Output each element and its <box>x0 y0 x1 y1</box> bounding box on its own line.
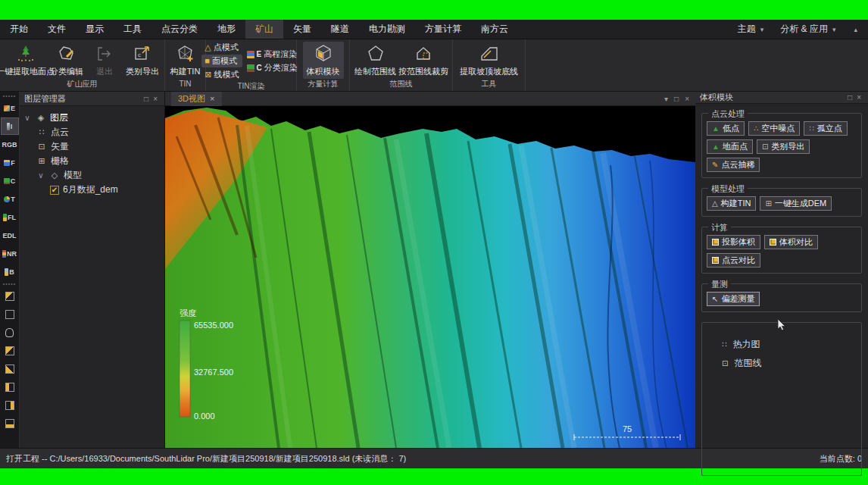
render-mode-fl[interactable]: FL <box>1 208 19 226</box>
cloud-chip-icon <box>4 160 10 166</box>
render-mode-classification[interactable]: C <box>1 172 19 189</box>
export-box-icon: ⊡ <box>762 143 768 151</box>
view-3d-tab[interactable]: 3D视图 × <box>171 92 222 106</box>
class-export-button[interactable]: ⊡类别导出 <box>757 139 810 154</box>
tab-dropdown-icon[interactable]: ▾ <box>664 95 668 103</box>
measure-tool-button[interactable] <box>1 287 19 305</box>
point-mode-button[interactable]: △ 点模式 <box>201 41 242 54</box>
tree-item-pointcloud[interactable]: ∷ 点云 <box>23 125 161 139</box>
menu-item-pointcloud-classify[interactable]: 点云分类 <box>151 20 208 39</box>
terrain-3d-view[interactable]: 强度 65535.000 32767.500 0.000 75 <box>165 106 695 448</box>
button-label: 孤立点 <box>817 123 842 134</box>
collapse-ribbon-button[interactable]: ▴ <box>846 20 868 39</box>
theme-menu[interactable]: 主题 ▾ <box>732 20 775 39</box>
isolated-point-button[interactable]: ∷孤立点 <box>804 121 847 136</box>
heatmap-item[interactable]: ∷热力图 <box>710 336 854 352</box>
render-mode-flight[interactable]: F <box>1 154 19 171</box>
extract-slope-lines-button[interactable]: 提取坡顶坡底线 <box>457 42 520 79</box>
build-tin-button[interactable]: 构建TIN <box>168 42 203 79</box>
low-point-button[interactable]: ▲低点 <box>707 121 745 136</box>
tree-item-raster[interactable]: ⊞ 栅格 <box>23 154 161 168</box>
button-label: 点模式 <box>214 42 239 53</box>
tree-item-model[interactable]: ∨ ◇ 模型 <box>23 168 161 183</box>
view-left-button[interactable] <box>1 378 19 396</box>
menu-item-file[interactable]: 文件 <box>38 20 76 39</box>
render-mode-rgb[interactable]: RGB <box>1 136 19 153</box>
render-mode-edl[interactable]: EDL <box>1 227 19 244</box>
menu-item-power-survey[interactable]: 电力勘测 <box>359 20 415 39</box>
pointcloud-compare-button[interactable]: 点云对比 <box>707 253 760 268</box>
tab-area-close-icon[interactable]: × <box>685 95 689 103</box>
close-panel-icon[interactable]: × <box>854 93 863 102</box>
render-mode-time[interactable]: T <box>1 190 19 208</box>
menu-item-start[interactable]: 开始 <box>0 20 38 39</box>
menu-item-volume-calc[interactable]: 方量计算 <box>415 20 471 39</box>
view-front-button[interactable] <box>1 360 19 377</box>
line-mode-button[interactable]: ⊠ 线模式 <box>201 68 242 81</box>
pentagon-icon <box>366 43 386 64</box>
view-top-button[interactable] <box>1 342 19 359</box>
legend-mid-label: 32767.500 <box>194 368 233 377</box>
legend-max-label: 65535.000 <box>194 321 233 330</box>
clip-by-boundary-button[interactable]: 按范围线裁剪 <box>399 42 448 79</box>
button-label: 退出 <box>96 66 113 77</box>
pick-cube-icon <box>5 310 14 319</box>
tree-item-layers[interactable]: ∨ ◈ 图层 <box>23 111 161 125</box>
hand-icon <box>5 328 14 337</box>
pick-point-tool-button[interactable] <box>1 305 19 323</box>
extract-ground-button[interactable]: 一键提取地面点 <box>5 42 46 79</box>
face-mode-button[interactable]: ■ 面模式 <box>201 55 242 67</box>
ribbon-group-tin-render: △ 点模式 ■ 面模式 ⊠ 线模式 E <box>206 39 297 91</box>
button-label: 体积模块 <box>307 66 340 77</box>
layer-checkbox[interactable]: ✔ <box>50 186 59 195</box>
generate-dem-button[interactable]: ⊞一键生成DEM <box>760 196 832 211</box>
render-mode-nr[interactable]: NR <box>1 245 19 262</box>
menu-item-south-cloud[interactable]: 南方云 <box>471 20 518 39</box>
boundary-line-item[interactable]: ⊡范围线 <box>710 355 854 371</box>
air-noise-button[interactable]: ∴空中噪点 <box>748 121 800 136</box>
build-tin-button[interactable]: △构建TIN <box>707 196 756 211</box>
classify-edit-button[interactable]: 分类编辑 <box>49 42 84 79</box>
tab-close-icon[interactable]: × <box>210 94 214 103</box>
volume-compare-button[interactable]: 体积对比 <box>764 235 818 249</box>
tree-item-vector[interactable]: ⊡ 矢量 <box>23 139 161 154</box>
float-panel-icon[interactable]: □ <box>845 93 854 102</box>
tree-label: 模型 <box>64 169 82 182</box>
view-right-button[interactable] <box>1 396 19 414</box>
menu-item-terrain[interactable]: 地形 <box>208 20 245 39</box>
render-mode-intensity[interactable]: I <box>1 117 19 135</box>
tin-icon: △ <box>712 200 718 208</box>
mouse-cursor <box>777 319 788 331</box>
mode-label: T <box>11 196 15 203</box>
menu-item-mining[interactable]: 矿山 <box>245 20 283 39</box>
volume-module-button[interactable]: 体积模块 <box>303 42 344 79</box>
analysis-app-menu[interactable]: 分析 & 应用 ▾ <box>774 20 846 39</box>
view-bottom-button[interactable] <box>1 415 19 432</box>
elevation-render-button[interactable]: E 高程渲染 <box>244 48 301 61</box>
cube-icon <box>712 239 719 246</box>
draw-boundary-button[interactable]: 绘制范围线 <box>354 42 396 79</box>
boundary-box-icon: ⊡ <box>722 360 728 368</box>
mode-label: RGB <box>2 141 17 149</box>
tree-item-dem-layer[interactable]: ✔ 6月数据_dem <box>23 183 161 197</box>
menu-item-tools[interactable]: 工具 <box>114 20 151 39</box>
render-mode-elevation[interactable]: E <box>1 99 19 117</box>
projection-volume-button[interactable]: 投影体积 <box>707 235 760 249</box>
mode-label: E <box>11 105 15 112</box>
thin-pointcloud-button[interactable]: ✎点云抽稀 <box>707 158 760 172</box>
render-mode-blend[interactable]: B <box>1 263 19 280</box>
slope-icon <box>479 43 499 64</box>
tree-label: 6月数据_dem <box>63 183 118 196</box>
menu-item-tunnel[interactable]: 隧道 <box>321 20 359 39</box>
right-panel-header: 体积模块 □ × <box>695 92 868 104</box>
tab-restore-icon[interactable]: □ <box>674 95 679 103</box>
close-panel-icon[interactable]: × <box>151 95 160 103</box>
pan-tool-button[interactable] <box>1 324 19 341</box>
menu-item-vector[interactable]: 矢量 <box>283 20 321 39</box>
menu-item-display[interactable]: 显示 <box>76 20 114 39</box>
class-export-button[interactable]: c 类别导出 <box>125 42 160 79</box>
deviation-measure-button[interactable]: ↖偏差测量 <box>707 292 760 306</box>
float-panel-icon[interactable]: □ <box>142 95 151 103</box>
classify-render-button[interactable]: C 分类渲染 <box>244 61 301 74</box>
ground-point-button[interactable]: ▲地面点 <box>707 139 753 154</box>
